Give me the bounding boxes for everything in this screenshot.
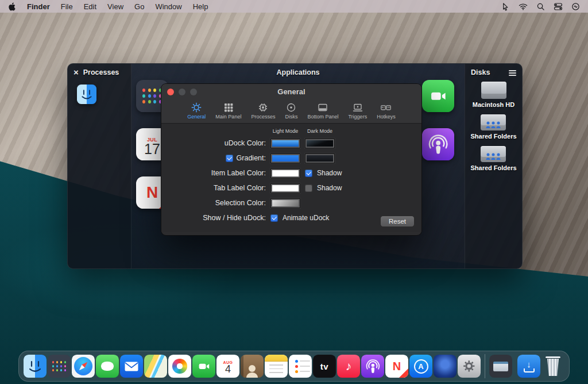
dock-icon-app-store[interactable]: A	[409, 355, 432, 378]
dock-icon-reminders[interactable]	[289, 355, 312, 378]
cpu-icon	[257, 102, 269, 113]
gradient-row: Gradient:	[161, 151, 421, 166]
pointer-icon[interactable]	[501, 2, 510, 11]
menu-help[interactable]: Help	[193, 2, 208, 11]
tab-label: General	[187, 114, 206, 120]
tab-label: Bottom Panel	[307, 114, 338, 120]
dock-icon-tv[interactable]: tv	[313, 355, 336, 378]
menu-go[interactable]: Go	[134, 2, 144, 11]
speech-bubble-icon	[101, 362, 114, 371]
disk-item-shared-folders-1[interactable]: Shared Folders	[470, 114, 516, 140]
tab-label: Main Panel	[215, 114, 241, 120]
disks-title: Disks	[471, 68, 490, 76]
apple-menu-icon[interactable]	[8, 2, 16, 11]
reset-button[interactable]: Reset	[380, 216, 415, 227]
window-thumbnail-icon	[493, 362, 508, 371]
tab-bottom-panel[interactable]: Bottom Panel	[305, 101, 340, 120]
gear-icon	[462, 359, 477, 374]
zoom-button[interactable]	[190, 89, 197, 95]
applications-title: Applications	[131, 64, 465, 76]
dock-icon-trash[interactable]	[541, 355, 564, 378]
menu-view[interactable]: View	[107, 2, 123, 11]
dock-icon-notes[interactable]	[265, 355, 288, 378]
dock-icon-safari[interactable]	[72, 355, 95, 378]
menu-icon[interactable]	[509, 69, 516, 76]
control-center-icon[interactable]	[554, 2, 563, 11]
video-camera-icon	[197, 359, 211, 374]
dock-icon-music[interactable]	[337, 355, 360, 378]
app-icon-podcasts[interactable]	[422, 128, 454, 160]
item-label-color-well[interactable]	[270, 168, 300, 178]
dock-icon-contacts[interactable]	[241, 355, 264, 378]
item-shadow-checkbox[interactable]	[305, 170, 312, 177]
menu-window[interactable]: Window	[155, 2, 181, 11]
udock-color-light-well[interactable]	[270, 139, 300, 148]
dock-icon-facetime[interactable]	[192, 355, 215, 378]
menu-bar: Finder File Edit View Go Window Help	[0, 0, 588, 13]
dock-icon-system-preferences[interactable]	[458, 355, 481, 378]
podcasts-icon	[365, 358, 381, 375]
menu-file[interactable]: File	[61, 2, 73, 11]
mode-column-headers: Light Mode Dark Mode	[270, 128, 421, 134]
process-icon-finder[interactable]	[77, 85, 96, 104]
processes-panel: Processes	[68, 64, 131, 268]
disk-item-shared-folders-2[interactable]: Shared Folders	[470, 146, 516, 171]
gradient-light-well[interactable]	[270, 153, 300, 163]
minimize-button[interactable]	[179, 89, 185, 95]
dock-icon-downloads[interactable]	[517, 355, 540, 378]
bottom-panel-icon	[317, 102, 328, 113]
close-button[interactable]	[167, 89, 174, 95]
disk-label: Shared Folders	[470, 164, 516, 171]
tab-shadow-checkbox[interactable]	[305, 185, 312, 192]
app-icon-facetime[interactable]	[422, 80, 454, 112]
tab-general[interactable]: General	[185, 101, 207, 120]
settings-window-title: General	[277, 87, 305, 96]
tab-label: Processes	[251, 114, 275, 120]
udock-color-dark-well[interactable]	[305, 139, 335, 148]
animate-checkbox[interactable]	[270, 214, 278, 222]
show-hide-label: Show / Hide uDock:	[161, 214, 270, 222]
dock-icon-photos[interactable]	[168, 355, 191, 378]
selection-color-well[interactable]	[270, 198, 300, 208]
close-icon[interactable]	[74, 69, 79, 76]
tab-label-color-well[interactable]	[270, 183, 300, 193]
tab-processes[interactable]: Processes	[249, 101, 277, 120]
tab-disks[interactable]: Disks	[283, 101, 299, 120]
news-letter: N	[393, 360, 401, 373]
dock-icon-launchpad[interactable]	[48, 355, 71, 378]
gradient-dark-well[interactable]	[305, 153, 335, 163]
calendar-day-label: 17	[144, 143, 160, 156]
item-shadow-label: Shadow	[317, 169, 342, 177]
dock-icon-mail[interactable]	[120, 355, 143, 378]
udock-color-label: uDock Color:	[161, 139, 270, 147]
dock-icon-minimized-window[interactable]	[489, 355, 512, 378]
disk-item-macintosh-hd[interactable]: Macintosh HD	[473, 82, 514, 108]
menu-finder[interactable]: Finder	[27, 2, 50, 11]
gear-icon	[191, 102, 202, 113]
gradient-label: Gradient:	[237, 154, 266, 162]
tab-label-color-label: Tab Label Color:	[161, 184, 270, 192]
dock-icon-maps[interactable]	[144, 355, 167, 378]
siri-icon[interactable]	[571, 2, 580, 11]
menu-edit[interactable]: Edit	[84, 2, 96, 11]
dock-icon-finder[interactable]	[24, 355, 47, 378]
tab-triggers[interactable]: Triggers	[346, 101, 369, 120]
dock-icon-blue-app[interactable]	[434, 355, 457, 378]
search-icon[interactable]	[536, 2, 545, 11]
dock: AUG 4 tv N A	[18, 351, 570, 382]
animate-label: Animate uDock	[283, 214, 329, 222]
pinwheel-icon	[172, 359, 187, 374]
disk-label: Macintosh HD	[473, 101, 514, 108]
dock-icon-calendar[interactable]: AUG 4	[216, 355, 239, 378]
person-silhouette-icon	[249, 365, 256, 372]
tab-shadow-label: Shadow	[317, 184, 342, 192]
disk-label: Shared Folders	[470, 133, 516, 140]
dock-icon-news[interactable]: N	[385, 355, 408, 378]
gradient-checkbox[interactable]	[226, 155, 233, 162]
dock-icon-podcasts[interactable]	[361, 355, 384, 378]
dock-icon-messages[interactable]	[96, 355, 119, 378]
tab-label: Disks	[285, 114, 297, 120]
wifi-icon[interactable]	[519, 3, 528, 10]
tab-hotkeys[interactable]: ALTCMD Hotkeys	[375, 101, 397, 120]
tab-main-panel[interactable]: Main Panel	[214, 101, 243, 120]
